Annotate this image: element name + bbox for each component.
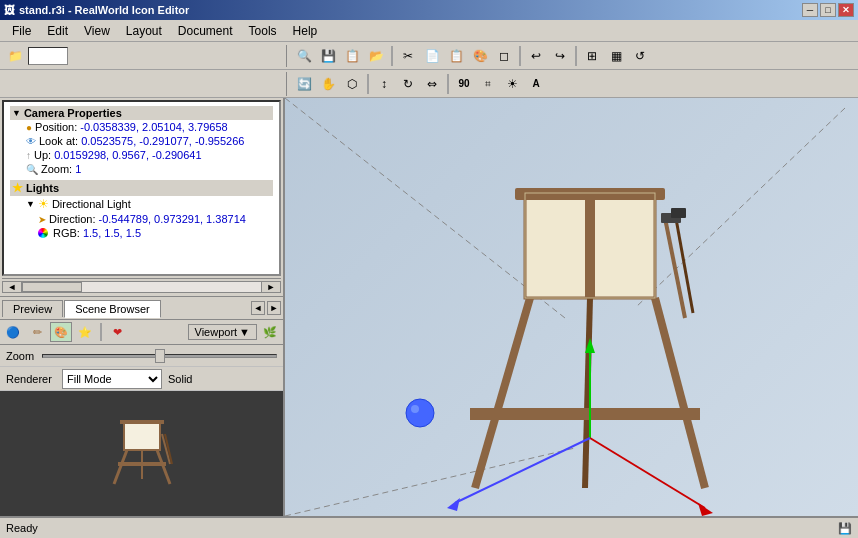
renderer-select[interactable]: Fill Mode xyxy=(62,369,162,389)
prev-tool-1[interactable]: 🔵 xyxy=(2,322,24,342)
tb3d-light[interactable]: ☀ xyxy=(501,73,523,95)
prev-tool-4[interactable]: ⭐ xyxy=(74,322,96,342)
tb3d-pan[interactable]: ✋ xyxy=(317,73,339,95)
status-text: Ready xyxy=(6,522,38,534)
tb-redo[interactable]: ↪ xyxy=(549,45,571,67)
lights-label: Lights xyxy=(26,182,59,194)
tab-next-btn[interactable]: ► xyxy=(267,301,281,315)
position-value: -0.0358339, 2.05104, 3.79658 xyxy=(80,121,227,133)
up-value: 0.0159298, 0.9567, -0.290641 xyxy=(54,149,201,161)
svg-rect-5 xyxy=(118,462,166,466)
tb3d-move[interactable]: ↕ xyxy=(373,73,395,95)
menu-edit[interactable]: Edit xyxy=(39,22,76,40)
rgb-value: 1.5, 1.5, 1.5 xyxy=(83,227,141,239)
prev-tool-3[interactable]: 🎨 xyxy=(50,322,72,342)
tb3d-num1[interactable]: 90 xyxy=(453,73,475,95)
rgb-item: RGB: 1.5, 1.5, 1.5 xyxy=(10,226,273,240)
tb-save2[interactable]: 📋 xyxy=(341,45,363,67)
tb-paste[interactable]: 📋 xyxy=(445,45,467,67)
lights-title: ★ Lights xyxy=(10,180,273,196)
menu-document[interactable]: Document xyxy=(170,22,241,40)
tab-preview[interactable]: Preview xyxy=(2,300,63,317)
preview-easel-svg xyxy=(102,414,182,494)
svg-rect-0 xyxy=(124,422,160,450)
tree-scrollbar-h[interactable]: ◄ ► xyxy=(2,278,281,294)
scene-tree[interactable]: ▼ Camera Properties ● Position: -0.03583… xyxy=(2,100,281,276)
tb-shape[interactable]: ◻ xyxy=(493,45,515,67)
tb3d-wire[interactable]: ⌗ xyxy=(477,73,499,95)
restore-button[interactable]: □ xyxy=(820,3,836,17)
toolbar-btn-folder[interactable]: 📁 xyxy=(4,45,26,67)
sep4 xyxy=(367,74,369,94)
svg-rect-12 xyxy=(515,188,665,200)
tb-grid[interactable]: ⊞ xyxy=(581,45,603,67)
pos-icon: ● xyxy=(26,122,32,133)
tb-magnify[interactable]: 🔍 xyxy=(293,45,315,67)
menu-layout[interactable]: Layout xyxy=(118,22,170,40)
prev-tool-leaf[interactable]: 🌿 xyxy=(259,322,281,342)
svg-line-27 xyxy=(455,438,590,503)
position-label: Position: xyxy=(35,121,77,133)
tb-save[interactable]: 💾 xyxy=(317,45,339,67)
tb-open[interactable]: 📂 xyxy=(365,45,387,67)
right-toolbar-2: 🔄 ✋ ⬡ ↕ ↻ ⇔ 90 ⌗ ☀ A xyxy=(289,73,854,95)
toolbar-row-2: 🔄 ✋ ⬡ ↕ ↻ ⇔ 90 ⌗ ☀ A xyxy=(0,70,858,98)
tb-copy[interactable]: 📄 xyxy=(421,45,443,67)
camera-section: ▼ Camera Properties ● Position: -0.03583… xyxy=(6,104,277,178)
prev-tool-5[interactable]: ❤ xyxy=(106,322,128,342)
scroll-thumb-h[interactable] xyxy=(22,282,82,292)
svg-rect-17 xyxy=(585,193,595,298)
tb-undo[interactable]: ↩ xyxy=(525,45,547,67)
dir-light-label: Directional Light xyxy=(52,198,131,210)
toolbar-input[interactable] xyxy=(28,47,68,65)
scroll-left-btn[interactable]: ◄ xyxy=(2,281,22,293)
scene-tree-container: ▼ Camera Properties ● Position: -0.03583… xyxy=(0,98,283,296)
tb-refresh[interactable]: ↺ xyxy=(629,45,651,67)
dir-light-item: ▼ ☀ Directional Light xyxy=(10,196,273,212)
sep3 xyxy=(575,46,577,66)
menu-file[interactable]: File xyxy=(4,22,39,40)
viewport-svg xyxy=(285,98,858,516)
zoom-thumb[interactable] xyxy=(155,349,165,363)
menu-bar: File Edit View Layout Document Tools Hel… xyxy=(0,20,858,42)
svg-line-10 xyxy=(285,448,575,516)
close-button[interactable]: ✕ xyxy=(838,3,854,17)
svg-line-14 xyxy=(655,298,705,488)
viewport-button[interactable]: Viewport ▼ xyxy=(188,324,258,340)
tb3d-select[interactable]: ⬡ xyxy=(341,73,363,95)
scroll-track-h[interactable] xyxy=(22,281,261,293)
lookat-icon: 👁 xyxy=(26,136,36,147)
dashed-lines xyxy=(285,98,858,516)
prev-tool-2[interactable]: ✏ xyxy=(26,322,48,342)
zoom-slider[interactable] xyxy=(42,354,277,358)
rgb-circle-icon xyxy=(38,228,48,238)
tb-paint[interactable]: 🎨 xyxy=(469,45,491,67)
svg-line-25 xyxy=(590,438,705,508)
sep5 xyxy=(447,74,449,94)
tab-scene-browser[interactable]: Scene Browser xyxy=(64,300,161,318)
tb3d-rotate[interactable]: 🔄 xyxy=(293,73,315,95)
lights-icon: ★ xyxy=(12,181,23,195)
tb-cut[interactable]: ✂ xyxy=(397,45,419,67)
tb3d-rotate2[interactable]: ↻ xyxy=(397,73,419,95)
lights-section: ★ Lights ▼ ☀ Directional Light ➤ Directi… xyxy=(6,178,277,242)
rgb-label: RGB: xyxy=(53,227,80,239)
lookat-label: Look at: xyxy=(39,135,78,147)
tb3d-text[interactable]: A xyxy=(525,73,547,95)
tab-prev-btn[interactable]: ◄ xyxy=(251,301,265,315)
status-bar: Ready 💾 xyxy=(0,516,858,538)
tb-grid2[interactable]: ▦ xyxy=(605,45,627,67)
scroll-right-btn[interactable]: ► xyxy=(261,281,281,293)
viewport-content xyxy=(285,98,858,516)
menu-help[interactable]: Help xyxy=(285,22,326,40)
zoom-prop-label: Zoom: xyxy=(41,163,72,175)
prev-sep1 xyxy=(100,323,102,341)
viewport-3d[interactable] xyxy=(285,98,858,516)
status-icon: 💾 xyxy=(838,522,852,534)
tb3d-scale[interactable]: ⇔ xyxy=(421,73,443,95)
dir-light-icon: ☀ xyxy=(38,197,49,211)
camera-section-title: ▼ Camera Properties xyxy=(10,106,273,120)
menu-view[interactable]: View xyxy=(76,22,118,40)
menu-tools[interactable]: Tools xyxy=(241,22,285,40)
minimize-button[interactable]: ─ xyxy=(802,3,818,17)
